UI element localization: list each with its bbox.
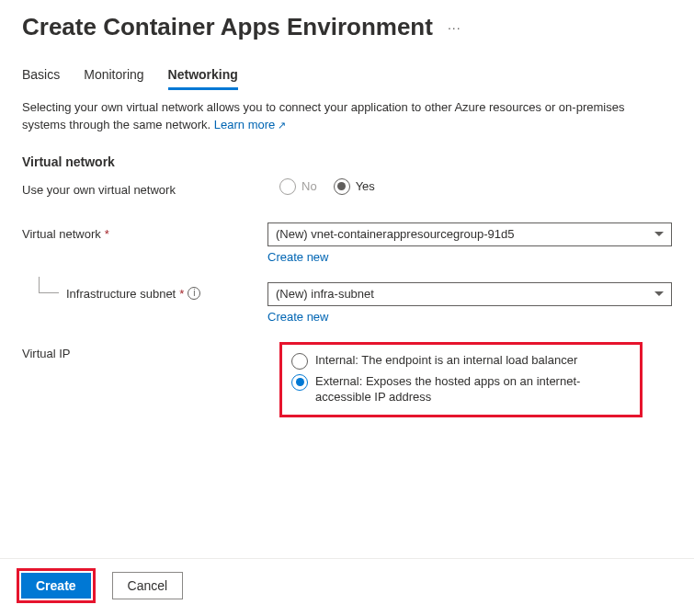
subnet-dropdown[interactable]: (New) infra-subnet [267, 282, 672, 306]
create-button[interactable]: Create [21, 573, 91, 599]
vnet-label: Virtual network* [22, 222, 267, 241]
chevron-down-icon [654, 232, 664, 236]
virtual-ip-label: Virtual IP [22, 342, 279, 360]
virtual-network-heading: Virtual network [22, 154, 672, 169]
use-own-vnet-no[interactable]: No [279, 178, 317, 195]
subnet-dropdown-value: (New) infra-subnet [276, 287, 374, 301]
tab-bar: Basics Monitoring Networking [22, 67, 672, 90]
use-own-vnet-yes[interactable]: Yes [334, 178, 375, 195]
vnet-dropdown[interactable]: (New) vnet-containerappresourcegroup-91d… [267, 222, 672, 246]
more-actions-button[interactable]: ··· [448, 20, 461, 35]
use-own-vnet-label: Use your own virtual network [22, 178, 279, 197]
tab-basics[interactable]: Basics [22, 67, 60, 90]
learn-more-link[interactable]: Learn more↗ [214, 118, 286, 131]
create-button-highlight: Create [17, 568, 96, 603]
tab-monitoring[interactable]: Monitoring [84, 67, 143, 90]
cancel-button[interactable]: Cancel [112, 572, 184, 599]
tab-networking[interactable]: Networking [168, 67, 238, 90]
vip-internal-option[interactable]: Internal: The endpoint is an internal lo… [291, 350, 631, 371]
virtual-ip-highlight-box: Internal: The endpoint is an internal lo… [279, 342, 643, 417]
info-icon[interactable]: i [188, 287, 200, 300]
chevron-down-icon [654, 291, 664, 296]
page-title: Create Container Apps Environment [22, 13, 433, 41]
intro-text: Selecting your own virtual network allow… [22, 99, 666, 134]
vnet-dropdown-value: (New) vnet-containerappresourcegroup-91d… [276, 227, 514, 241]
external-link-icon: ↗ [278, 119, 286, 133]
footer-bar: Create Cancel [0, 558, 694, 616]
vip-external-option[interactable]: External: Exposes the hosted apps on an … [291, 371, 631, 407]
subnet-label: Infrastructure subnet* i [22, 282, 267, 301]
subnet-create-new-link[interactable]: Create new [267, 310, 328, 324]
vnet-create-new-link[interactable]: Create new [267, 250, 328, 264]
